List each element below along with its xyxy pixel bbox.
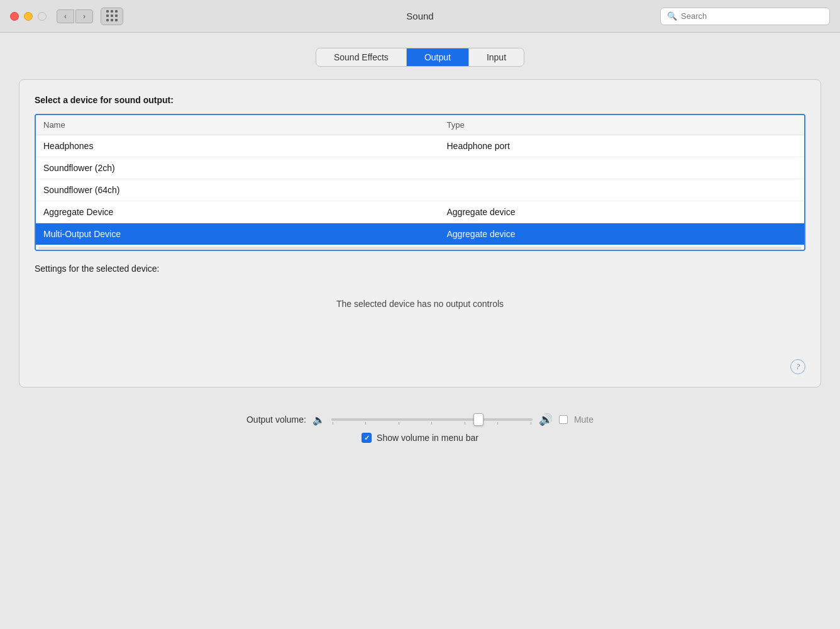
window-title: Sound [406,11,433,21]
table-scrollbar[interactable] [36,245,804,250]
table-row[interactable]: Soundflower (64ch) [36,179,804,201]
show-volume-label: Show volume in menu bar [377,433,478,443]
volume-slider-container[interactable] [331,413,533,426]
device-type: Aggregate device [439,201,804,223]
device-name: Soundflower (64ch) [36,179,439,201]
output-panel: Select a device for sound output: Name T… [19,79,821,387]
back-button[interactable]: ‹ [57,9,74,23]
help-button[interactable]: ? [790,359,805,374]
volume-slider-fill [331,418,482,421]
col-name-header: Name [36,115,439,135]
device-type [439,179,804,201]
panel-title: Select a device for sound output: [35,95,805,105]
device-table-wrapper: Name Type Headphones Headphone port Soun… [35,114,805,251]
nav-buttons: ‹ › [57,9,93,23]
mute-checkbox[interactable] [559,415,568,424]
volume-slider-track [331,418,533,421]
device-name: Headphones [36,135,439,157]
scrollbar-track [38,247,802,249]
device-name: Soundflower (2ch) [36,157,439,179]
maximize-button[interactable] [38,12,47,21]
help-row: ? [35,359,805,374]
main-content: Sound Effects Output Input Select a devi… [0,33,840,403]
tab-bar: Sound Effects Output Input [19,48,821,67]
forward-button[interactable]: › [75,9,93,23]
tab-input[interactable]: Input [469,48,524,66]
minimize-button[interactable] [24,12,33,21]
device-type: Headphone port [439,135,804,157]
search-box[interactable]: 🔍 [660,8,830,25]
settings-label: Settings for the selected device: [35,264,805,274]
output-volume-label: Output volume: [246,415,306,425]
device-type [439,157,804,179]
close-button[interactable] [10,12,19,21]
search-input[interactable] [681,11,823,21]
table-header: Name Type [36,115,804,135]
device-name: Multi-Output Device [36,223,439,245]
volume-low-icon: 🔈 [312,414,325,426]
show-volume-checkbox[interactable] [362,433,372,443]
tab-sound-effects[interactable]: Sound Effects [316,48,407,66]
titlebar: ‹ › Sound 🔍 [0,0,840,33]
device-type: Aggregate device [439,223,804,245]
tab-output[interactable]: Output [407,48,469,66]
window-controls [10,12,47,21]
show-volume-row: Show volume in menu bar [19,433,821,443]
grid-icon [106,10,118,22]
mute-label: Mute [574,415,594,425]
table-row[interactable]: Soundflower (2ch) [36,157,804,179]
slider-ticks [331,422,533,425]
table-row[interactable]: Headphones Headphone port [36,135,804,157]
search-icon: 🔍 [667,11,677,21]
volume-row: Output volume: 🔈 🔊 Mute [19,413,821,426]
table-row[interactable]: Multi-Output Device Aggregate device [36,223,804,245]
device-name: Aggregate Device [36,201,439,223]
bottom-bar: Output volume: 🔈 🔊 Mute Show [0,403,840,449]
grid-button[interactable] [101,8,123,25]
no-controls-message: The selected device has no output contro… [35,299,805,309]
tab-group: Sound Effects Output Input [316,48,524,67]
device-list: Headphones Headphone port Soundflower (2… [36,135,804,245]
volume-high-icon: 🔊 [539,413,553,426]
device-table: Name Type Headphones Headphone port Soun… [36,115,804,245]
table-row[interactable]: Aggregate Device Aggregate device [36,201,804,223]
col-type-header: Type [439,115,804,135]
